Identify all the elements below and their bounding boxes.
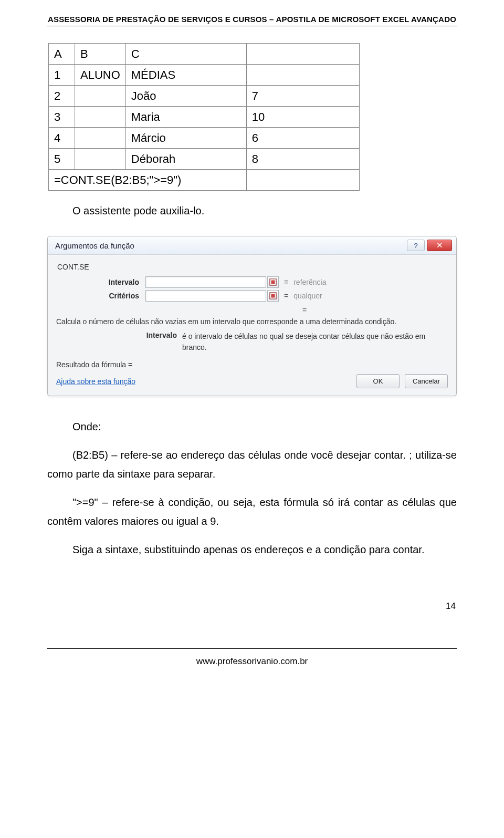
svg-rect-3 xyxy=(271,294,275,298)
col-header: A xyxy=(49,44,75,65)
intervalo-input[interactable] xyxy=(145,276,266,288)
table-row: 1 ALUNO MÉDIAS xyxy=(49,65,360,86)
cell: 4 xyxy=(49,128,75,149)
arg-hint: qualquer xyxy=(293,292,322,300)
col-header xyxy=(246,44,359,65)
page-number: 14 xyxy=(47,601,457,612)
footer-url: www.professorivanio.com.br xyxy=(47,656,457,667)
cell: 3 xyxy=(49,107,75,128)
arg-label: Intervalo xyxy=(56,278,145,286)
cell: 5 xyxy=(49,149,75,170)
col-header: C xyxy=(125,44,246,65)
table-row: 5 Déborah 8 xyxy=(49,149,360,170)
dialog-body: CONT.SE Intervalo = referência Critérios… xyxy=(48,255,456,396)
close-button[interactable]: ✕ xyxy=(427,240,452,251)
cell: ALUNO xyxy=(75,65,126,86)
dialog-footer: Ajuda sobre esta função OK Cancelar xyxy=(56,374,448,388)
dialog-titlebar: Argumentos da função ? ✕ xyxy=(48,236,456,255)
doc-header: ASSESSORIA DE PRESTAÇÃO DE SERVIÇOS E CU… xyxy=(47,0,457,24)
table-row: 2 João 7 xyxy=(49,86,360,107)
arg-label: Critérios xyxy=(56,292,145,300)
cell: 1 xyxy=(49,65,75,86)
paragraph: (B2:B5) – refere-se ao endereço das célu… xyxy=(47,446,457,483)
cancel-button[interactable]: Cancelar xyxy=(405,374,448,388)
range-selector-button[interactable] xyxy=(267,290,279,302)
range-selector-icon xyxy=(269,292,277,299)
cell xyxy=(246,65,359,86)
equals-sign: = xyxy=(284,292,288,300)
cell: MÉDIAS xyxy=(125,65,246,86)
argument-description-label: Intervalo xyxy=(56,331,182,353)
cell: João xyxy=(125,86,246,107)
formula-row: =CONT.SE(B2:B5;">=9") xyxy=(49,170,360,191)
dialog-title: Argumentos da função xyxy=(55,241,405,250)
cell: 2 xyxy=(49,86,75,107)
paragraph: O assistente pode auxilia-lo. xyxy=(47,201,457,220)
argument-description-text: é o intervalo de células no qual se dese… xyxy=(182,331,448,353)
table-row: 3 Maria 10 xyxy=(49,107,360,128)
cell: 7 xyxy=(246,86,359,107)
arg-row-criterios: Critérios = qualquer xyxy=(56,290,448,302)
table-row: 4 Márcio 6 xyxy=(49,128,360,149)
cell xyxy=(75,107,126,128)
cell: 6 xyxy=(246,128,359,149)
function-name: CONT.SE xyxy=(56,260,448,274)
result-preview-eq: = xyxy=(161,306,448,314)
excel-table: A B C 1 ALUNO MÉDIAS 2 João 7 3 Maria 10… xyxy=(48,43,360,191)
function-arguments-dialog: Argumentos da função ? ✕ CONT.SE Interva… xyxy=(47,236,457,396)
table-header-row: A B C xyxy=(49,44,360,65)
paragraph: Onde: xyxy=(47,417,457,436)
paragraph: Siga a sintaxe, substituindo apenas os e… xyxy=(47,540,457,559)
cell xyxy=(75,86,126,107)
ok-button[interactable]: OK xyxy=(356,374,400,388)
cell xyxy=(75,128,126,149)
function-description: Calcula o número de células não vazias e… xyxy=(56,317,448,326)
help-link[interactable]: Ajuda sobre esta função xyxy=(56,377,135,386)
equals-sign: = xyxy=(284,278,288,286)
cell: 8 xyxy=(246,149,359,170)
cell xyxy=(246,170,359,191)
cell xyxy=(75,149,126,170)
criterios-input[interactable] xyxy=(145,290,266,302)
arg-row-intervalo: Intervalo = referência xyxy=(56,276,448,288)
header-divider xyxy=(47,26,457,28)
cell: 10 xyxy=(246,107,359,128)
help-button[interactable]: ? xyxy=(407,240,425,251)
svg-rect-1 xyxy=(271,281,275,284)
formula-result: Resultado da fórmula = xyxy=(56,360,448,369)
range-selector-button[interactable] xyxy=(267,276,279,288)
close-icon: ✕ xyxy=(436,241,443,250)
cell: Déborah xyxy=(125,149,246,170)
argument-description: Intervalo é o intervalo de células no qu… xyxy=(56,331,448,353)
paragraph: ">=9" – refere-se à condição, ou seja, e… xyxy=(47,493,457,531)
range-selector-icon xyxy=(269,278,277,286)
footer-divider xyxy=(47,648,457,651)
col-header: B xyxy=(75,44,126,65)
cell: Maria xyxy=(125,107,246,128)
formula-cell: =CONT.SE(B2:B5;">=9") xyxy=(49,170,247,191)
help-icon: ? xyxy=(414,242,417,250)
cell: Márcio xyxy=(125,128,246,149)
arg-hint: referência xyxy=(293,278,326,286)
